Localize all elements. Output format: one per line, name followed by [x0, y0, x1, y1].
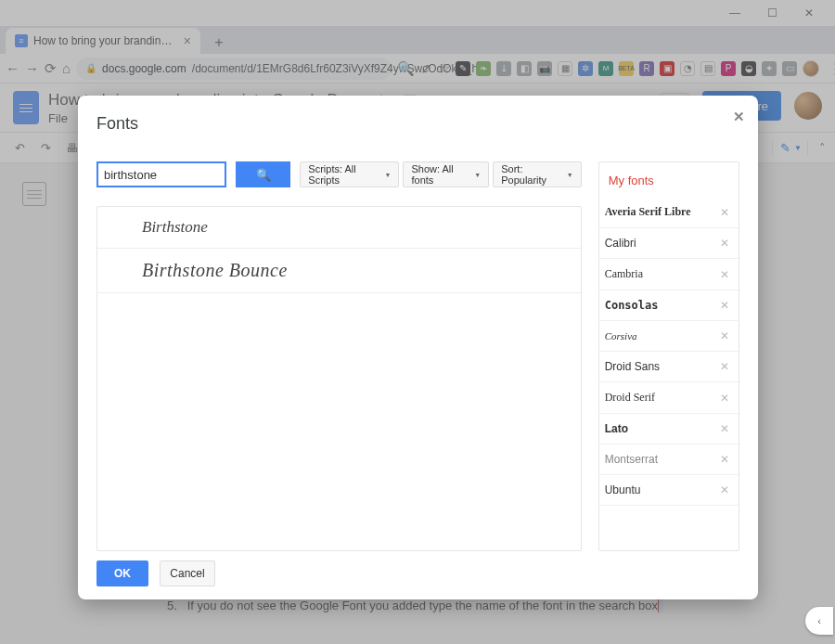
remove-font-icon[interactable]: ✕	[720, 268, 729, 281]
chevron-down-icon: ▼	[385, 172, 392, 178]
show-filter-button[interactable]: Show: All fonts▼	[403, 161, 489, 187]
font-name-label: Cambria	[605, 267, 643, 281]
my-font-item[interactable]: Lato✕	[599, 414, 739, 444]
search-icon: 🔍	[256, 168, 271, 182]
dialog-title: Fonts	[96, 114, 739, 134]
my-font-item[interactable]: Cambria✕	[599, 259, 739, 290]
font-name-label: Calibri	[605, 237, 636, 250]
font-name-label: Droid Serif	[605, 391, 655, 405]
explore-button[interactable]: ‹	[805, 607, 833, 635]
remove-font-icon[interactable]: ✕	[720, 483, 729, 496]
remove-font-icon[interactable]: ✕	[720, 299, 729, 312]
font-result-item[interactable]: Birthstone Bounce	[97, 249, 581, 293]
scripts-filter-button[interactable]: Scripts: All Scripts▼	[300, 161, 399, 187]
my-font-item[interactable]: Consolas✕	[599, 290, 739, 321]
font-name-label: Corsiva	[605, 330, 637, 341]
font-name-label: Ubuntu	[605, 483, 641, 496]
font-name-label: Lato	[605, 422, 628, 435]
remove-font-icon[interactable]: ✕	[720, 237, 729, 250]
font-name-label: Droid Sans	[605, 360, 660, 373]
font-search-button[interactable]: 🔍	[236, 161, 290, 187]
font-search-input[interactable]	[96, 161, 226, 187]
remove-font-icon[interactable]: ✕	[720, 422, 729, 435]
my-font-item[interactable]: Droid Sans✕	[599, 352, 739, 382]
chevron-down-icon: ▼	[474, 172, 481, 178]
chevron-down-icon: ▼	[567, 172, 573, 178]
font-result-item[interactable]: Birthstone	[97, 207, 581, 249]
font-results-list: Birthstone Birthstone Bounce	[96, 206, 582, 551]
my-font-item[interactable]: Ubuntu✕	[599, 475, 739, 506]
filter-label: Sort: Popularity	[501, 163, 564, 186]
font-name-label: Montserrat	[605, 453, 658, 466]
my-font-item[interactable]: Calibri✕	[599, 228, 739, 259]
cancel-button[interactable]: Cancel	[160, 560, 215, 586]
remove-font-icon[interactable]: ✕	[720, 206, 729, 219]
fonts-dialog: Fonts ✕ 🔍 Scripts: All Scripts▼ Show: Al…	[78, 96, 758, 599]
remove-font-icon[interactable]: ✕	[720, 392, 729, 405]
dialog-close-icon[interactable]: ✕	[733, 109, 745, 125]
ok-button[interactable]: OK	[96, 560, 148, 586]
filter-label: Scripts: All Scripts	[308, 163, 381, 186]
font-name-label: Consolas	[605, 299, 659, 312]
chevron-left-icon: ‹	[817, 615, 821, 626]
remove-font-icon[interactable]: ✕	[720, 360, 729, 373]
my-fonts-header: My fonts	[599, 170, 739, 197]
sort-filter-button[interactable]: Sort: Popularity▼	[493, 161, 581, 187]
remove-font-icon[interactable]: ✕	[720, 453, 729, 466]
font-name-label: Averia Serif Libre	[605, 205, 691, 219]
filter-label: Show: All fonts	[411, 163, 471, 186]
my-font-item[interactable]: Montserrat✕	[599, 444, 739, 475]
remove-font-icon[interactable]: ✕	[720, 329, 729, 342]
my-font-item[interactable]: Averia Serif Libre✕	[599, 197, 739, 228]
my-fonts-panel: My fonts Averia Serif Libre✕Calibri✕Camb…	[598, 161, 739, 551]
my-font-item[interactable]: Droid Serif✕	[599, 382, 739, 414]
my-font-item[interactable]: Corsiva✕	[599, 321, 739, 352]
